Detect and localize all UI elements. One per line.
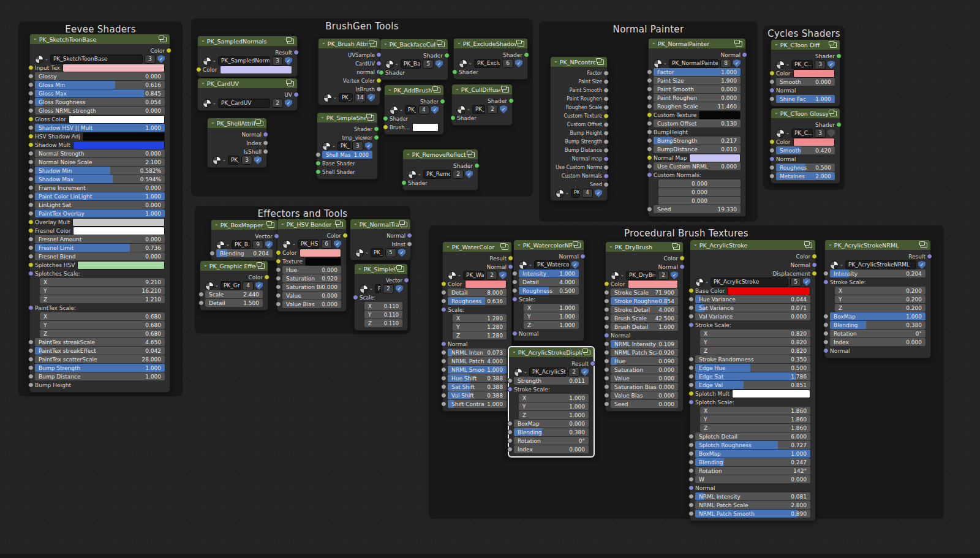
nodegroup-name-field[interactable]: PK_SampledNormals — [218, 56, 270, 66]
value-slider[interactable]: Edge Sat1.786 — [695, 372, 810, 380]
fake-user-shield-icon[interactable]: ✓ — [733, 59, 741, 67]
fake-user-shield-icon[interactable]: ✓ — [466, 170, 473, 178]
collapse-chevron-icon[interactable]: ⌄ — [455, 86, 459, 91]
fake-user-shield-icon[interactable]: ✓ — [571, 261, 579, 269]
material-sphere-icon[interactable] — [448, 271, 456, 280]
node-header[interactable]: ⌄PK_AddBrushTex — [385, 85, 443, 95]
input-socket[interactable] — [769, 156, 775, 162]
nodegroup-name-field[interactable]: PK_A... — [405, 105, 417, 115]
fake-user-shield-icon[interactable]: ✓ — [265, 241, 273, 249]
input-socket[interactable] — [198, 292, 204, 297]
input-socket[interactable] — [769, 139, 775, 145]
input-socket[interactable] — [196, 67, 202, 72]
input-socket[interactable] — [647, 172, 652, 178]
user-count-badge[interactable]: 2 — [453, 170, 464, 179]
input-socket[interactable] — [441, 341, 447, 347]
node-header[interactable]: ⌄PK_AcrylicStrokeNRML — [825, 240, 930, 250]
input-socket[interactable] — [512, 331, 518, 336]
output-socket[interactable] — [508, 255, 513, 261]
material-sphere-icon[interactable] — [360, 285, 368, 293]
input-socket[interactable] — [688, 502, 694, 508]
value-slider[interactable]: Gloss Max0.845 — [35, 89, 165, 97]
nodegroup-name-field[interactable]: PK_N... — [571, 189, 580, 198]
value-slider[interactable]: Stroke Detail4.000 — [611, 306, 678, 314]
color-swatch[interactable] — [699, 111, 741, 119]
input-socket[interactable] — [507, 438, 513, 443]
node-pk-acrylicstrokedisplace[interactable]: ⌄PK_AcrylicStrokeDisplaceResult⌄PK_Acryl… — [508, 347, 594, 457]
input-socket[interactable] — [688, 468, 694, 473]
output-socket[interactable] — [603, 122, 609, 127]
color-swatch[interactable] — [73, 141, 165, 149]
user-count-badge[interactable]: 2 — [486, 271, 497, 280]
node-pk-excludeshadows[interactable]: ⌄PK_ExcludeShadowsShader⌄PK_Exclud...6✓S… — [453, 38, 528, 80]
color-swatch[interactable] — [72, 218, 165, 227]
material-sphere-icon[interactable] — [35, 55, 43, 64]
node-pk-addbrushtex[interactable]: ⌄PK_AddBrushTexShader⌄PK_A...4✓ShaderBru… — [384, 85, 444, 135]
fake-user-shield-icon[interactable]: ✓ — [581, 368, 589, 376]
vector-component-slider[interactable]: Y1.000 — [519, 402, 589, 410]
input-socket[interactable] — [28, 262, 34, 268]
node-header[interactable]: ⌄PK_Graphic Effect — [200, 261, 268, 271]
value-slider[interactable]: NRML Patch Scale2.800 — [695, 501, 810, 509]
value-slider[interactable]: Metalnes2.000 — [776, 172, 835, 180]
input-socket[interactable] — [441, 298, 447, 304]
output-socket[interactable] — [603, 105, 609, 110]
input-socket[interactable] — [688, 451, 694, 456]
collapse-chevron-icon[interactable]: ⌄ — [693, 242, 698, 247]
collapse-chevron-icon[interactable]: ⌄ — [554, 59, 558, 64]
node-pk-removereflection[interactable]: ⌄PK_RemoveReflectionShader⌄PK_RemoveR...… — [402, 149, 478, 190]
output-socket[interactable] — [376, 61, 382, 66]
output-socket[interactable] — [166, 48, 172, 53]
input-socket[interactable] — [276, 293, 281, 298]
nodegroup-name-field[interactable]: PK_HSV B... — [298, 239, 319, 249]
value-slider[interactable]: Paint Smooth0.000 — [654, 85, 741, 93]
material-sphere-icon[interactable] — [216, 241, 225, 249]
user-count-badge[interactable]: 3 — [352, 141, 363, 151]
node-pk-normalpainter[interactable]: ⌄PK_NormalPainterNormal⌄PK_NormalPainter… — [648, 38, 746, 217]
vector-component-slider[interactable]: Z0.680 — [40, 330, 165, 337]
user-count-badge[interactable]: 2 — [658, 271, 669, 280]
dropdown-caret-icon[interactable]: ⌄ — [215, 283, 219, 288]
value-slider[interactable]: NRML Patch4.000 — [448, 357, 507, 365]
node-header[interactable]: ⌄PK_Brush Attribu... — [318, 39, 380, 48]
input-socket[interactable] — [28, 168, 34, 173]
fake-user-shield-icon[interactable]: ✓ — [398, 249, 405, 257]
output-socket[interactable] — [508, 98, 514, 104]
value-slider[interactable]: Saturation0.000 — [611, 366, 678, 374]
output-socket[interactable] — [812, 254, 817, 259]
node-pk-culldiffuse[interactable]: ⌄PK_CullDiffuseShader⌄PK_C...2✓Shader — [451, 84, 513, 126]
collapse-chevron-icon[interactable]: ⌄ — [353, 221, 358, 226]
input-socket[interactable] — [28, 211, 34, 216]
node-pk-acrylicstrokenrml[interactable]: ⌄PK_AcrylicStrokeNRMLResult⌄PK_AcrylicSt… — [824, 239, 931, 358]
output-socket[interactable] — [263, 140, 268, 146]
value-slider[interactable]: NRML Patch Smooth0.890 — [695, 510, 810, 518]
output-socket[interactable] — [603, 148, 609, 153]
dropdown-caret-icon[interactable]: ⌄ — [333, 95, 337, 100]
input-socket[interactable] — [688, 314, 694, 319]
input-socket[interactable] — [507, 378, 513, 383]
nodegroup-name-field[interactable]: PK_AcrylicStroke — [710, 277, 788, 287]
vector-component-slider[interactable]: Z1.000 — [524, 321, 579, 329]
output-socket[interactable] — [374, 135, 379, 140]
input-socket[interactable] — [353, 295, 358, 300]
input-socket[interactable] — [688, 374, 694, 379]
input-socket[interactable] — [688, 494, 694, 499]
node-pk-samplednormals[interactable]: ⌄PK_SampledNormalsResult⌄PK_SampledNorma… — [197, 36, 298, 77]
output-socket[interactable] — [679, 255, 685, 261]
input-socket[interactable] — [512, 279, 518, 285]
node-pk-brush-attribu[interactable]: ⌄PK_Brush Attribu...UVSampleCardUVnormal… — [318, 38, 380, 105]
input-socket[interactable] — [604, 375, 609, 381]
user-count-badge[interactable]: 2 — [383, 284, 394, 293]
input-socket[interactable] — [28, 339, 34, 345]
input-socket[interactable] — [315, 152, 321, 157]
vector-component-slider[interactable]: Y16.210 — [40, 287, 165, 295]
node-editor-canvas[interactable]: { "icons": {"chevron": "⌄", "caret": "⌄"… — [0, 0, 980, 558]
input-socket[interactable] — [688, 296, 694, 302]
color-swatch[interactable] — [62, 64, 165, 72]
node-header[interactable]: ⌄PK_RemoveReflection — [403, 149, 478, 159]
value-slider[interactable]: Roughness0.500 — [519, 287, 579, 295]
value-slider[interactable]: Shadow Max0.594% — [35, 175, 165, 183]
node-pk-backfaceculling[interactable]: ⌄PK_BackfaceCullingShader⌄PK_Back...5✓Sh… — [380, 39, 448, 80]
input-socket[interactable] — [647, 78, 652, 83]
input-socket[interactable] — [647, 155, 652, 160]
